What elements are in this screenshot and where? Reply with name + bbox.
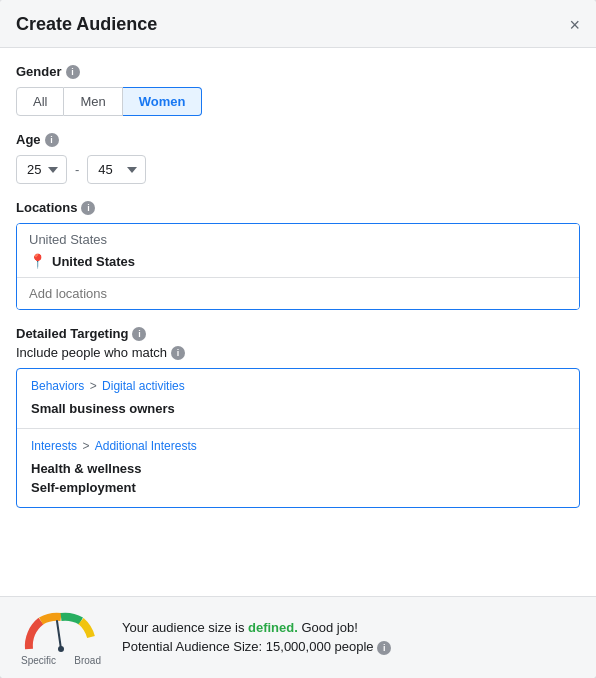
- gender-all-button[interactable]: All: [16, 87, 64, 116]
- modal-header: Create Audience ×: [0, 0, 596, 48]
- gender-label: Gender i: [16, 64, 580, 79]
- gauge-container: Specific Broad: [16, 609, 106, 666]
- locations-input[interactable]: [17, 278, 579, 309]
- detailed-targeting-label: Detailed Targeting i: [16, 326, 580, 341]
- svg-point-1: [58, 646, 64, 652]
- targeting-item-health: Health & wellness: [31, 459, 565, 478]
- age-section: Age i 18212530 35404550 556065 - 1821253…: [16, 132, 580, 184]
- gauge-broad-label: Broad: [74, 655, 101, 666]
- age-row: 18212530 35404550 556065 - 18212530 3540…: [16, 155, 580, 184]
- modal-footer: Specific Broad Your audience size is def…: [0, 596, 596, 678]
- targeting-item-small-business: Small business owners: [31, 399, 565, 418]
- behaviors-breadcrumb: Behaviors > Digital activities: [31, 379, 565, 393]
- locations-inner: United States 📍 United States: [17, 224, 579, 278]
- location-item: 📍 United States: [29, 253, 567, 269]
- locations-typed-text: United States: [29, 232, 567, 247]
- locations-section: Locations i United States 📍 United State…: [16, 200, 580, 310]
- targeting-box: Behaviors > Digital activities Small bus…: [16, 368, 580, 508]
- locations-label: Locations i: [16, 200, 580, 215]
- age-dash: -: [75, 162, 79, 177]
- age-label: Age i: [16, 132, 580, 147]
- locations-info-icon: i: [81, 201, 95, 215]
- gender-women-button[interactable]: Women: [123, 87, 203, 116]
- age-min-select[interactable]: 18212530 35404550 556065: [16, 155, 67, 184]
- gender-buttons: All Men Women: [16, 87, 580, 116]
- footer-text: Your audience size is defined. Good job!…: [122, 620, 580, 655]
- audience-status-badge: defined.: [248, 620, 298, 635]
- locations-box: United States 📍 United States: [16, 223, 580, 310]
- audience-size-text: Potential Audience Size: 15,000,000 peop…: [122, 639, 580, 655]
- audience-pre-text: Your audience size is: [122, 620, 248, 635]
- include-label: Include people who match i: [16, 345, 580, 360]
- location-name: United States: [52, 254, 135, 269]
- audience-status-text: Your audience size is defined. Good job!: [122, 620, 580, 635]
- targeting-item-self-employment: Self-employment: [31, 478, 565, 497]
- age-info-icon: i: [45, 133, 59, 147]
- svg-line-0: [57, 621, 61, 649]
- audience-post-text: Good job!: [298, 620, 358, 635]
- digital-activities-link[interactable]: Digital activities: [102, 379, 185, 393]
- detailed-targeting-info-icon: i: [132, 327, 146, 341]
- gender-section: Gender i All Men Women: [16, 64, 580, 116]
- additional-interests-link[interactable]: Additional Interests: [95, 439, 197, 453]
- detailed-targeting-section: Detailed Targeting i Include people who …: [16, 326, 580, 508]
- age-max-select[interactable]: 18212530 35404550 556065+: [87, 155, 146, 184]
- gauge-specific-label: Specific: [21, 655, 56, 666]
- modal-body: Gender i All Men Women Age i 18212530: [0, 48, 596, 596]
- gender-info-icon: i: [66, 65, 80, 79]
- behaviors-link[interactable]: Behaviors: [31, 379, 84, 393]
- pin-icon: 📍: [29, 253, 46, 269]
- modal-title: Create Audience: [16, 14, 157, 35]
- gauge-chart: [21, 609, 101, 653]
- include-info-icon: i: [171, 346, 185, 360]
- interests-breadcrumb: Interests > Additional Interests: [31, 439, 565, 453]
- gender-men-button[interactable]: Men: [64, 87, 122, 116]
- close-button[interactable]: ×: [569, 16, 580, 34]
- targeting-group-interests: Interests > Additional Interests Health …: [17, 428, 579, 507]
- audience-size-info-icon: i: [377, 641, 391, 655]
- targeting-group-behaviors: Behaviors > Digital activities Small bus…: [17, 369, 579, 428]
- gauge-labels: Specific Broad: [21, 655, 101, 666]
- interests-link[interactable]: Interests: [31, 439, 77, 453]
